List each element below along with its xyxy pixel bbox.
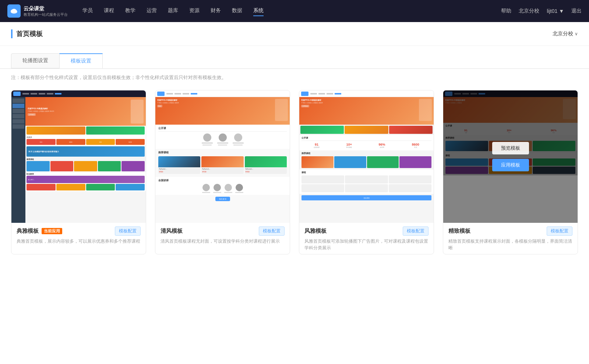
template4-name-row: 精致模板 模板配置 [448,226,572,236]
nav-item-courses[interactable]: 课程 [104,6,114,16]
tabs-container: 轮播图设置 模板设置 [0,46,589,69]
svg-point-3 [12,9,16,12]
nav-logout[interactable]: 退出 [571,8,582,14]
branch-chevron-icon: ∨ [575,31,578,36]
cloud-icon [10,7,18,15]
logo-sub-text: 教育机构一站式服务云平台 [24,12,68,17]
logo-main-text: 云朵课堂 [24,5,68,12]
tab-template[interactable]: 模板设置 [59,53,103,68]
logo-icon [7,4,21,18]
nav-item-students[interactable]: 学员 [82,6,93,16]
nav-item-operation[interactable]: 运营 [147,6,157,16]
note-bar: 注：模板有部分个性化样式设置，设置后仅当前模板生效；非个性化样式设置后只针对所有… [0,69,589,86]
tab-carousel[interactable]: 轮播图设置 [11,53,60,68]
template-card-qingfeng: 托福TPO1-54真题及解析 子系统 口语报告 心理建设 成绩单 报名 公开课 [155,90,290,254]
template1-config-btn[interactable]: 模板配置 [115,226,141,236]
template1-desc: 典雅首页模板，展示内容较多，可以展示优惠券和多个推荐课程 [17,238,141,245]
navbar-left: 云朵课堂 教育机构一站式服务云平台 学员 课程 教学 运营 题库 资源 财务 数… [7,4,264,18]
template3-desc: 风雅首页模板可添加轮播图下广告图片，可对课程及课程包设置学科分类展示 [304,238,428,251]
logo: 云朵课堂 教育机构一站式服务云平台 [7,4,68,18]
navbar: 云朵课堂 教育机构一站式服务云平台 学员 课程 教学 运营 题库 资源 财务 数… [0,0,589,22]
template2-name-row: 清风模板 模板配置 [161,226,285,236]
template4-config-btn[interactable]: 模板配置 [547,226,572,236]
template4-preview: 托福TPO1-54真题及解析 子系统 口语报告 心理建设 公开课 91讲师 10… [443,90,578,223]
nav-item-teaching[interactable]: 教学 [125,6,135,16]
template2-footer: 清风模板 模板配置 清风首页模板课程无封面，可设置按学科分类对课程进行展示 [155,223,290,247]
template3-preview: 托福TPO1-54真题及解析 子系统 口语报告 心理建设 成绩单 立即报名 [299,90,434,223]
nav-item-finance[interactable]: 财务 [211,6,221,16]
nav-help[interactable]: 帮助 [501,8,511,14]
logo-text: 云朵课堂 教育机构一站式服务云平台 [24,5,68,17]
template4-overlay: 预览模板 应用模板 [443,90,578,223]
template2-name: 清风模板 [161,228,183,235]
template-card-fengya: 托福TPO1-54真题及解析 子系统 口语报告 心理建设 成绩单 立即报名 [299,90,434,254]
nav-item-data[interactable]: 数据 [232,6,242,16]
template-card-jingzhi: 托福TPO1-54真题及解析 子系统 口语报告 心理建设 公开课 91讲师 10… [443,90,578,254]
template2-config-btn[interactable]: 模板配置 [259,226,285,236]
page-header: 首页模板 北京分校 ∨ [0,22,589,46]
template1-preview: 托福TPO1-54真题及解析 子系统 口语报告 心理建设 成绩单 单词书 立即购… [11,90,146,223]
template4-name: 精致模板 [448,228,470,235]
template3-config-btn[interactable]: 模板配置 [403,226,428,236]
template3-footer: 风雅模板 模板配置 风雅首页模板可添加轮播图下广告图片，可对课程及课程包设置学科… [299,223,434,254]
template1-name-row: 典雅模板 当前应用 模板配置 [17,226,141,236]
mini-nav-logo2 [157,92,165,96]
nav-branch[interactable]: 北京分校 [519,8,539,14]
template4-footer: 精致模板 模板配置 精致首页模板支持课程展示封面，各模板分隔明显，界面简洁清晰 [443,223,578,254]
template3-name-row: 风雅模板 模板配置 [304,226,428,236]
template3-name: 风雅模板 [304,228,327,235]
template2-desc: 清风首页模板课程无封面，可设置按学科分类对课程进行展示 [161,238,285,245]
template1-name: 典雅模板 当前应用 [17,228,62,235]
nav-item-system[interactable]: 系统 [253,6,264,16]
template2-preview: 托福TPO1-54真题及解析 子系统 口语报告 心理建设 成绩单 报名 公开课 [155,90,290,223]
branch-name: 北京分校 [553,31,573,37]
current-badge: 当前应用 [42,228,62,234]
nav-menu: 学员 课程 教学 运营 题库 资源 财务 数据 系统 [82,6,264,16]
templates-grid: 托福TPO1-54真题及解析 子系统 口语报告 心理建设 成绩单 单词书 立即购… [0,86,589,269]
tabs: 轮播图设置 模板设置 [11,53,578,68]
page-title: 首页模板 [11,29,43,38]
mini-nav-logo [13,92,21,96]
template1-footer: 典雅模板 当前应用 模板配置 典雅首页模板，展示内容较多，可以展示优惠券和多个推… [11,223,146,247]
nav-item-resources[interactable]: 资源 [189,6,200,16]
navbar-right: 帮助 北京分校 lijt01 ▼ 退出 [501,8,582,14]
nav-user[interactable]: lijt01 ▼ [547,8,564,14]
template4-apply-btn[interactable]: 应用模板 [492,159,529,171]
template4-preview-btn[interactable]: 预览模板 [492,142,529,154]
main-content: 首页模板 北京分校 ∨ 轮播图设置 模板设置 注：模板有部分个性化样式设置，设置… [0,22,589,364]
nav-item-questions[interactable]: 题库 [168,6,178,16]
template-card-dianya: 托福TPO1-54真题及解析 子系统 口语报告 心理建设 成绩单 单词书 立即购… [11,90,146,254]
note-text: 注：模板有部分个性化样式设置，设置后仅当前模板生效；非个性化样式设置后只针对所有… [11,75,226,80]
mini-nav-logo3 [301,92,308,96]
branch-selector[interactable]: 北京分校 ∨ [553,31,578,37]
template4-desc: 精致首页模板支持课程展示封面，各模板分隔明显，界面简洁清晰 [448,238,572,251]
